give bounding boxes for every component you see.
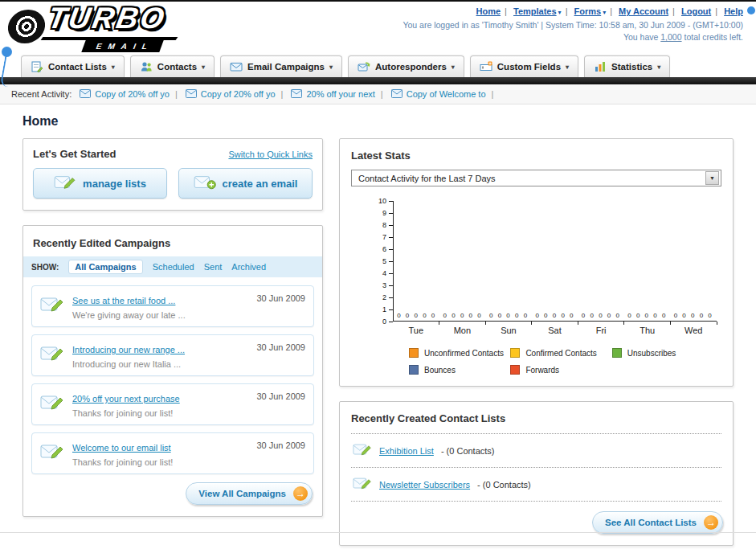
recent-activity-label: Recent Activity: [11, 89, 72, 99]
recent-activity-text: 20% off your next [306, 89, 374, 99]
chevron-down-icon: ▾ [558, 9, 562, 16]
header: TURBO EMAIL Home| Templates▾| Forms▾| My… [0, 2, 756, 51]
y-axis-tick: 7 [382, 233, 393, 241]
x-axis-label: Thu [624, 322, 671, 335]
credits-suffix: total credits left. [684, 32, 743, 42]
campaign-row: See us at the retail food ... We're givi… [31, 285, 314, 327]
credits-value: 1,000 [660, 32, 681, 42]
x-axis-label: Sun [485, 322, 532, 335]
campaign-title-link[interactable]: See us at the retail food ... [72, 296, 175, 305]
view-all-campaigns-button[interactable]: View All Campaigns → [186, 482, 313, 505]
campaign-date: 30 Jun 2009 [256, 293, 305, 303]
y-axis-tick: 9 [382, 209, 393, 217]
top-link-my-account[interactable]: My Account [619, 6, 668, 16]
main-content: Home Let's Get Started Switch to Quick L… [0, 104, 756, 549]
filter-archived[interactable]: Archived [231, 262, 266, 272]
campaign-title-link[interactable]: 20% off your next purchase [72, 394, 180, 404]
manage-lists-button[interactable]: manage lists [33, 168, 167, 199]
recent-activity-text: Copy of 20% off yo [95, 89, 170, 99]
switch-quick-links-link[interactable]: Switch to Quick Links [228, 150, 313, 159]
latest-stats-title: Latest Stats [351, 150, 411, 162]
recent-contact-lists-panel: Recently Created Contact Lists Exhibitio… [339, 401, 734, 546]
envelope-icon [186, 87, 197, 101]
create-email-button[interactable]: create an email [178, 168, 313, 199]
legend-item: Unsubscribes [612, 348, 713, 358]
tab-autoresponders[interactable]: Autoresponders ▾ [348, 55, 464, 77]
decorative-dot [747, 6, 755, 14]
y-axis-tick: 0 [382, 318, 393, 326]
contact-list-link[interactable]: Newsletter Subscribers [379, 480, 470, 490]
top-link-forms[interactable]: Forms [574, 6, 602, 16]
y-axis-tick: 4 [382, 269, 393, 277]
login-info: You are logged in as 'Timothy Smith' | S… [403, 20, 743, 30]
create-email-label: create an email [223, 178, 298, 190]
tab-statistics[interactable]: Statistics ▾ [584, 55, 670, 77]
contact-list-count: - (0 Contacts) [477, 480, 531, 490]
pencil-envelope-icon [353, 442, 372, 459]
legend-swatch [409, 365, 419, 375]
separator: | [492, 89, 494, 99]
chart-values-group: 0 0 0 0 0 [624, 312, 670, 319]
separator: | [281, 89, 284, 99]
logo-swirl-icon [6, 10, 47, 43]
app-logo[interactable]: TURBO EMAIL [8, 3, 205, 50]
separator: | [715, 6, 717, 16]
arrow-right-icon: → [704, 515, 718, 530]
stats-period-select[interactable]: Contact Activity for the Last 7 Days ▼ [351, 170, 721, 186]
legend-label: Unconfirmed Contacts [424, 349, 504, 358]
chart-values-group: 0 0 0 0 0 [532, 312, 578, 319]
y-axis-tick: 6 [382, 245, 393, 253]
tab-custom-fields[interactable]: Custom Fields ▾ [470, 55, 578, 77]
y-axis-tick: 3 [382, 281, 393, 289]
tab-email-campaigns[interactable]: Email Campaigns ▾ [220, 55, 342, 77]
x-axis-label: Wed [670, 322, 717, 335]
chart-legend: Unconfirmed ContactsConfirmed ContactsUn… [409, 348, 717, 375]
contact-list: Exhibition List - (0 Contacts) Newslette… [351, 433, 721, 502]
tab-contacts[interactable]: Contacts ▾ [130, 55, 215, 77]
campaign-filter-strip: SHOW: All Campaigns Scheduled Sent Archi… [23, 256, 322, 277]
legend-item: Forwards [510, 365, 611, 375]
chevron-down-icon: ▾ [566, 64, 569, 71]
recent-activity-bar: Recent Activity: Copy of 20% off yo | Co… [0, 84, 756, 104]
separator: | [381, 89, 383, 99]
contact-list-link[interactable]: Exhibition List [379, 446, 434, 456]
top-link-help[interactable]: Help [724, 6, 743, 16]
tab-label: Autoresponders [375, 62, 447, 72]
filter-scheduled[interactable]: Scheduled [153, 262, 194, 272]
filter-all-campaigns[interactable]: All Campaigns [68, 260, 142, 274]
contacts-icon [140, 60, 153, 73]
see-all-contact-lists-button[interactable]: See All Contact Lists → [592, 511, 723, 534]
contact-list-item: Newsletter Subscribers - (0 Contacts) [351, 468, 721, 502]
y-axis-tick: 8 [382, 221, 393, 229]
campaign-title-link[interactable]: Welcome to our email list [72, 443, 171, 453]
campaign-date: 30 Jun 2009 [256, 342, 305, 352]
credits-prefix: You have [623, 32, 658, 42]
pencil-envelope-icon [40, 393, 64, 416]
filter-sent[interactable]: Sent [204, 262, 223, 272]
campaign-title-link[interactable]: Introducing our new range ... [72, 345, 185, 354]
pencil-envelope-icon [40, 442, 64, 465]
y-axis-tick: 2 [382, 293, 393, 301]
tab-contact-lists[interactable]: Contact Lists ▾ [21, 55, 125, 77]
show-label: SHOW: [31, 263, 59, 272]
x-axis-label: Tue [393, 322, 439, 335]
x-axis-label: Mon [439, 322, 486, 335]
legend-swatch [510, 348, 520, 358]
top-link-templates[interactable]: Templates [513, 6, 557, 16]
recent-activity-item[interactable]: Copy of 20% off yo [80, 87, 170, 101]
arrow-right-icon: → [293, 486, 308, 501]
pencil-envelope-icon [40, 344, 64, 367]
campaign-row: Welcome to our email list Thanks for joi… [31, 432, 314, 474]
view-all-campaigns-label: View All Campaigns [198, 489, 286, 498]
recent-activity-item[interactable]: 20% off your next [291, 87, 374, 101]
activity-chart: 012345678910 0 0 0 0 00 0 0 0 00 0 0 0 0… [351, 201, 721, 375]
separator: | [505, 6, 507, 16]
chart-values-group: 0 0 0 0 0 [439, 312, 485, 319]
legend-label: Forwards [525, 366, 559, 375]
contact-list-item: Exhibition List - (0 Contacts) [351, 434, 721, 468]
top-link-logout[interactable]: Logout [681, 6, 711, 16]
top-link-home[interactable]: Home [476, 6, 501, 16]
pencil-envelope-icon [54, 174, 76, 194]
recent-activity-item[interactable]: Copy of Welcome to [391, 87, 486, 101]
recent-activity-item[interactable]: Copy of 20% off yo [186, 87, 276, 101]
